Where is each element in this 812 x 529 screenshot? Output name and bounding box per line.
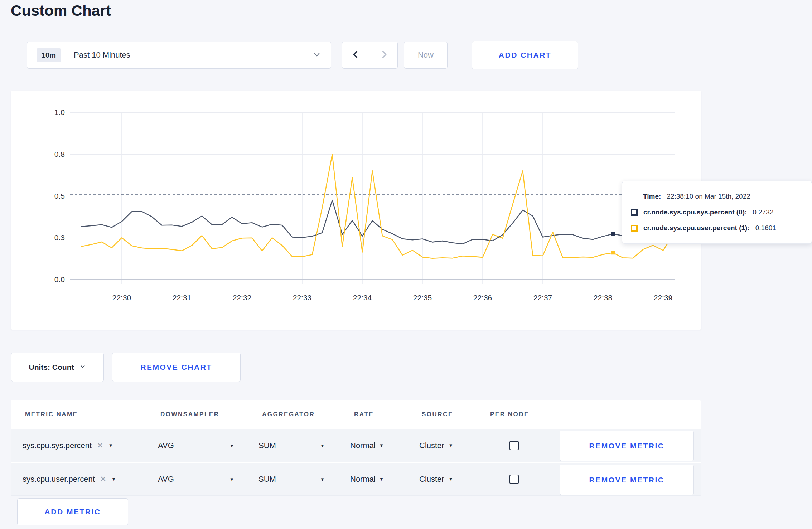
rate-value: Normal [350,441,376,450]
toolbar-divider [11,42,11,68]
x-axis-label: 22:35 [405,293,440,302]
source-select[interactable]: Cluster ▼ [419,475,453,484]
prev-range-button[interactable] [342,42,370,68]
caret-down-icon: ▼ [449,476,453,482]
aggregator-value[interactable]: SUM [258,475,276,484]
time-nav-group [342,42,398,69]
caret-down-icon[interactable]: ▼ [229,476,234,482]
source-value: Cluster [419,475,444,484]
caret-down-icon[interactable]: ▼ [320,476,325,482]
chevron-left-icon [351,49,361,61]
caret-down-icon: ▼ [108,443,113,448]
caret-down-icon: ▼ [379,476,384,482]
rate-select[interactable]: Normal ▼ [350,475,384,484]
downsampler-value[interactable]: AVG [158,475,174,484]
remove-chart-button[interactable]: REMOVE CHART [112,353,241,382]
metric-name-value: sys.cpu.sys.percent [23,441,92,450]
col-downsampler: DOWNSAMPLER [160,411,219,418]
source-value: Cluster [419,441,444,450]
aggregator-value[interactable]: SUM [258,441,276,450]
tooltip-series-row: cr.node.sys.cpu.user.percent (1): 0.1601 [631,224,803,232]
units-label: Units: Count [29,363,74,372]
per-node-checkbox[interactable] [509,475,519,484]
table-row: sys.cpu.user.percent ✕ ▼ AVG ▼ SUM ▼ Nor… [11,462,701,495]
col-per-node: PER NODE [490,411,529,418]
y-axis-label: 0.8 [11,150,65,159]
custom-chart-page: Custom Chart 10m Past 10 Minutes Now ADD… [0,0,812,529]
x-axis-label: 22:37 [525,293,561,302]
caret-down-icon: ▼ [449,443,453,448]
col-rate: RATE [354,411,374,418]
remove-metric-button[interactable]: REMOVE METRIC [560,431,694,461]
chevron-down-icon [79,363,86,371]
page-title: Custom Chart [11,2,111,19]
table-row: sys.cpu.sys.percent ✕ ▼ AVG ▼ SUM ▼ Norm… [11,429,701,462]
add-metric-button[interactable]: ADD METRIC [17,498,128,525]
time-range-label: Past 10 Minutes [74,50,130,60]
chart-tooltip: Time: 22:38:10 on Mar 15th, 2022 cr.node… [622,181,812,244]
col-metric-name: METRIC NAME [25,411,78,418]
x-axis-label: 22:36 [465,293,501,302]
chevron-down-icon [312,50,322,60]
caret-down-icon[interactable]: ▼ [229,443,234,448]
downsampler-value[interactable]: AVG [158,441,174,450]
clear-metric-icon[interactable]: ✕ [97,441,103,450]
tooltip-series-label: cr.node.sys.cpu.sys.percent (0): [643,208,747,216]
next-range-button[interactable] [370,42,398,68]
x-axis-label: 22:33 [284,293,320,302]
rate-select[interactable]: Normal ▼ [350,441,384,450]
tooltip-series-row: cr.node.sys.cpu.sys.percent (0): 0.2732 [631,208,803,216]
x-axis-label: 22:34 [344,293,380,302]
metric-name-select[interactable]: sys.cpu.user.percent ✕ ▼ [23,475,116,484]
metric-name-select[interactable]: sys.cpu.sys.percent ✕ ▼ [23,441,113,450]
x-axis-label: 22:39 [645,293,681,302]
tooltip-time-value: 22:38:10 on Mar 15th, 2022 [667,193,750,200]
time-range-picker[interactable]: 10m Past 10 Minutes [27,42,331,69]
chevron-right-icon [379,49,389,61]
x-axis-label: 22:30 [104,293,140,302]
y-axis-label: 0.5 [11,192,65,200]
series-user-swatch-icon [631,225,638,232]
source-select[interactable]: Cluster ▼ [419,441,453,450]
add-chart-button[interactable]: ADD CHART [472,41,578,69]
metrics-table-header: METRIC NAME DOWNSAMPLER AGGREGATOR RATE … [11,400,701,429]
chart-card: 0.00.30.50.81.0 22:3022:3122:3222:3322:3… [11,91,701,330]
caret-down-icon: ▼ [379,443,384,448]
series-sys-swatch-icon [631,209,638,216]
caret-down-icon[interactable]: ▼ [320,443,325,448]
tooltip-series-value: 0.1601 [755,224,776,232]
time-range-badge: 10m [37,48,61,62]
caret-down-icon: ▼ [111,476,116,482]
x-axis-label: 22:38 [585,293,621,302]
col-source: SOURCE [422,411,453,418]
x-axis-label: 22:32 [224,293,260,302]
tooltip-series-value: 0.2732 [753,208,773,216]
y-axis-label: 0.0 [11,275,65,284]
metrics-table: METRIC NAME DOWNSAMPLER AGGREGATOR RATE … [11,400,701,496]
y-axis-label: 0.3 [11,233,65,242]
tooltip-series-label: cr.node.sys.cpu.user.percent (1): [643,224,750,232]
remove-metric-button[interactable]: REMOVE METRIC [560,465,694,495]
now-button[interactable]: Now [404,42,448,69]
metric-name-value: sys.cpu.user.percent [23,475,95,484]
col-aggregator: AGGREGATOR [262,411,315,418]
clear-metric-icon[interactable]: ✕ [100,475,106,484]
tooltip-time-row: Time: 22:38:10 on Mar 15th, 2022 [631,193,803,200]
y-axis-label: 1.0 [11,108,65,117]
tooltip-time-label: Time: [643,193,661,200]
x-axis-label: 22:31 [164,293,200,302]
per-node-checkbox[interactable] [509,441,519,450]
rate-value: Normal [350,475,376,484]
units-select[interactable]: Units: Count [11,353,104,382]
